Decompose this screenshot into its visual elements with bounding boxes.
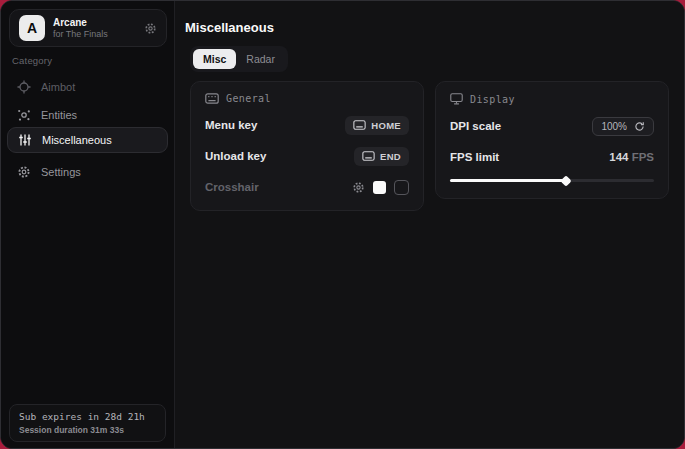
sidebar-item-miscellaneous[interactable]: Miscellaneous bbox=[7, 127, 168, 153]
crosshair-checkbox[interactable] bbox=[394, 180, 409, 195]
brand-text: Arcane for The Finals bbox=[53, 17, 144, 40]
sidebar-item-aimbot[interactable]: Aimbot bbox=[7, 74, 168, 100]
page-title: Miscellaneous bbox=[185, 20, 274, 35]
dpi-scale-label: DPI scale bbox=[450, 120, 501, 132]
cheat-menu-window: A Arcane for The Finals Category bbox=[0, 0, 685, 449]
fps-number: 144 bbox=[609, 151, 628, 163]
refresh-icon[interactable] bbox=[634, 121, 645, 132]
display-panel-header: Display bbox=[450, 93, 654, 105]
keyboard-icon bbox=[353, 120, 366, 130]
unload-key-bind-button[interactable]: END bbox=[354, 147, 409, 166]
brand-card: A Arcane for The Finals bbox=[9, 9, 167, 47]
fps-limit-label: FPS limit bbox=[450, 151, 499, 163]
keyboard-icon bbox=[205, 93, 219, 104]
sidebar-item-label: Aimbot bbox=[41, 81, 75, 93]
sub-expires-text: Sub expires in 28d 21h bbox=[19, 410, 156, 424]
sliders-icon bbox=[18, 133, 32, 147]
display-panel-title: Display bbox=[470, 94, 515, 105]
crosshair-icon bbox=[17, 80, 31, 94]
tab-radar[interactable]: Radar bbox=[236, 49, 285, 69]
sidebar: A Arcane for The Finals Category bbox=[1, 1, 175, 448]
sidebar-item-label: Miscellaneous bbox=[42, 134, 112, 146]
keyboard-icon bbox=[362, 151, 375, 161]
brand-title: Arcane bbox=[53, 17, 144, 29]
display-panel: Display DPI scale 100% bbox=[435, 81, 669, 199]
fps-limit-value: 144 FPS bbox=[609, 151, 654, 163]
slider-thumb[interactable] bbox=[561, 175, 572, 186]
gear-icon[interactable] bbox=[144, 22, 157, 35]
dpi-scale-row: DPI scale 100% bbox=[450, 116, 654, 136]
fps-limit-row: FPS limit 144 FPS bbox=[450, 147, 654, 167]
brand-subtitle: for The Finals bbox=[53, 29, 144, 40]
unload-key-row: Unload key END bbox=[205, 146, 409, 166]
category-label: Category bbox=[12, 55, 52, 66]
dpi-scale-control[interactable]: 100% bbox=[592, 117, 654, 136]
gear-icon bbox=[17, 165, 31, 179]
fps-unit: FPS bbox=[632, 151, 654, 163]
session-duration-text: Session duration 31m 33s bbox=[19, 424, 156, 436]
crosshair-color-swatch[interactable] bbox=[373, 181, 386, 194]
sidebar-item-label: Settings bbox=[41, 166, 81, 178]
menu-key-value: HOME bbox=[371, 120, 401, 131]
sidebar-item-settings[interactable]: Settings bbox=[7, 159, 168, 185]
unload-key-label: Unload key bbox=[205, 150, 266, 162]
brand-logo: A bbox=[19, 15, 45, 41]
fps-limit-slider[interactable] bbox=[450, 176, 654, 185]
tab-misc[interactable]: Misc bbox=[193, 49, 236, 69]
dpi-scale-value: 100% bbox=[601, 121, 627, 132]
gear-icon[interactable] bbox=[352, 181, 365, 194]
crosshair-label: Crosshair bbox=[205, 181, 259, 193]
menu-key-row: Menu key HOME bbox=[205, 115, 409, 135]
crosshair-controls bbox=[352, 180, 409, 195]
panels-row: General Menu key HOME bbox=[190, 81, 669, 211]
general-panel-title: General bbox=[226, 93, 271, 104]
unload-key-value: END bbox=[380, 151, 401, 162]
menu-key-bind-button[interactable]: HOME bbox=[345, 116, 409, 135]
subscription-info-card: Sub expires in 28d 21h Session duration … bbox=[9, 404, 166, 442]
sidebar-item-label: Entities bbox=[41, 109, 77, 121]
monitor-icon bbox=[450, 93, 463, 105]
entities-icon bbox=[17, 108, 31, 122]
menu-key-label: Menu key bbox=[205, 119, 257, 131]
general-panel-header: General bbox=[205, 93, 409, 104]
sidebar-item-entities[interactable]: Entities bbox=[7, 102, 168, 128]
main-content: Miscellaneous Misc Radar General bbox=[176, 1, 684, 448]
general-panel: General Menu key HOME bbox=[190, 81, 424, 211]
tab-bar: Misc Radar bbox=[190, 46, 288, 72]
fps-slider-fill bbox=[450, 179, 566, 182]
crosshair-row: Crosshair bbox=[205, 177, 409, 197]
